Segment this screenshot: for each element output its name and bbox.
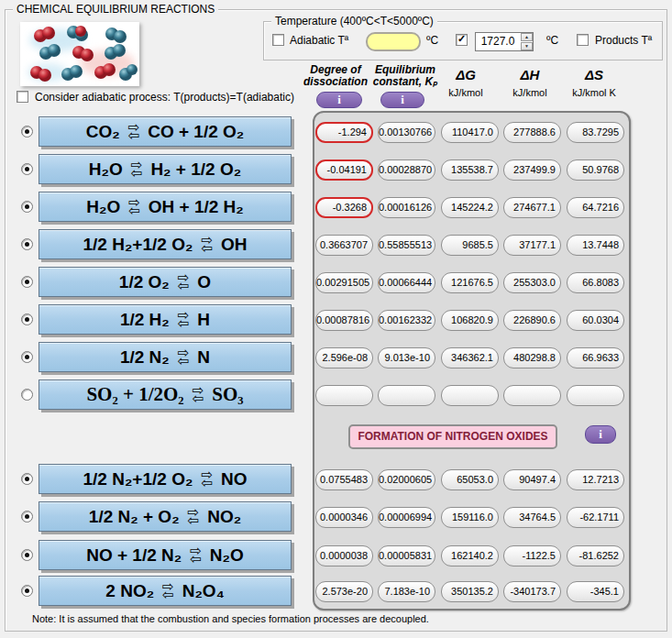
delta-s-header: ΔS <box>567 67 622 82</box>
reaction-button[interactable]: NO + 1/2 N₂ ⇨⇦ N₂O <box>39 540 292 570</box>
app-window: CHEMICAL EQUILIBRIUM REACTIONS <box>0 0 672 638</box>
delta-g-field: 106820.9 <box>441 310 499 331</box>
reaction-button[interactable]: 1/2 H₂+1/2 O₂ ⇨⇦ OH <box>39 229 292 259</box>
delta-h-unit: kJ/kmol <box>498 87 562 98</box>
main-group-title: CHEMICAL EQUILIBRIUM REACTIONS <box>13 3 218 16</box>
delta-g-field: 162140.2 <box>441 545 499 566</box>
reaction-button[interactable]: SO₂ + 1/2O₂ ⇨⇦ SO₃ <box>39 380 292 410</box>
reaction-left: 1/2 N₂ <box>120 347 170 368</box>
reaction-left: 1/2 H₂+1/2 O₂ <box>83 235 193 255</box>
delta-h-field <box>503 385 561 406</box>
adiabatic-temp-input[interactable] <box>366 32 421 51</box>
manual-temp-value[interactable]: 1727.0 <box>476 33 520 50</box>
reaction-button[interactable]: H₂O ⇨⇦ H₂ + 1/2 O₂ <box>39 154 292 184</box>
spin-up-button[interactable]: ▲ <box>521 33 533 41</box>
reaction-row: H₂O ⇨⇦ OH + 1/2 H₂ -0.3268 0.00016126 14… <box>0 192 672 222</box>
reaction-row: 1/2 N₂ ⇨⇦ N 2.596e-08 9.013e-10 346362.1… <box>0 342 672 372</box>
equilibrium-header: Equilibrium constant, Kₚ <box>359 64 451 88</box>
adiabatic-temp-checkbox[interactable]: ✓ <box>272 34 284 46</box>
kp-field: 0.00162332 <box>378 310 435 331</box>
delta-h-field: 274677.1 <box>503 197 561 218</box>
equilibrium-arrows-icon: ⇨⇦ <box>131 161 143 178</box>
reaction-left: 1/2 O₂ <box>119 272 170 292</box>
reaction-row: 1/2 H₂+1/2 O₂ ⇨⇦ OH 0.3663707 0.55855513… <box>0 229 672 259</box>
delta-h-field: 90497.4 <box>503 469 561 490</box>
reaction-radio[interactable] <box>21 511 33 522</box>
reaction-row: 2 NO₂ ⇨⇦ N₂O₄ 2.573e-20 7.183e-10 350135… <box>0 576 672 606</box>
delta-h-field: 37177.1 <box>503 235 561 256</box>
delta-h-field: 34764.5 <box>503 507 561 528</box>
reaction-right: OH <box>221 235 248 255</box>
delta-g-field: 346362.1 <box>441 347 499 368</box>
reaction-button[interactable]: 2 NO₂ ⇨⇦ N₂O₄ <box>39 576 292 606</box>
reaction-button[interactable]: CO₂ ⇨⇦ CO + 1/2 O₂ <box>39 116 292 147</box>
degree-field: 0.0755483 <box>315 469 373 490</box>
reaction-right: OH + 1/2 H₂ <box>149 197 244 217</box>
reaction-radio[interactable] <box>21 473 33 485</box>
reaction-radio[interactable] <box>21 314 33 325</box>
reaction-row: 1/2 N₂+1/2 O₂ ⇨⇦ NO 0.0755483 0.02000605… <box>0 464 672 494</box>
equilibrium-arrows-icon: ⇨⇦ <box>128 199 140 215</box>
products-temp-checkbox[interactable]: ✓ <box>577 34 589 46</box>
reaction-button[interactable]: 1/2 N₂+1/2 O₂ ⇨⇦ NO <box>39 464 292 494</box>
delta-s-field <box>567 385 624 406</box>
degree-field: -0.3268 <box>315 197 373 218</box>
delta-h-field: -340173.7 <box>503 581 561 602</box>
kp-field: 0.00130766 <box>378 122 435 143</box>
reaction-radio[interactable] <box>21 276 33 288</box>
reaction-button[interactable]: 1/2 N₂ ⇨⇦ N <box>39 342 292 372</box>
reaction-radio[interactable] <box>21 585 33 597</box>
reaction-right: NO₂ <box>207 507 241 527</box>
reaction-row: H₂O ⇨⇦ H₂ + 1/2 O₂ -0.04191 0.00028870 1… <box>0 154 672 184</box>
reaction-radio[interactable] <box>21 351 33 363</box>
adiabatic-temp-unit: ºC <box>426 34 438 47</box>
spinner-buttons: ▲ ▼ <box>521 33 533 50</box>
spin-down-button[interactable]: ▼ <box>521 42 533 50</box>
reaction-radio[interactable] <box>21 126 33 138</box>
manual-temp-checkbox[interactable]: ✓ <box>456 34 468 46</box>
reaction-button[interactable]: 1/2 H₂ ⇨⇦ H <box>39 304 292 335</box>
delta-s-field: 66.9633 <box>567 347 624 368</box>
manual-temp-spinner[interactable]: 1727.0 ▲ ▼ <box>475 32 534 51</box>
reaction-button[interactable]: 1/2 O₂ ⇨⇦ O <box>39 267 292 297</box>
reaction-radio[interactable] <box>21 549 33 561</box>
reaction-left: CO₂ <box>86 122 120 142</box>
reaction-radio[interactable] <box>21 163 33 175</box>
reaction-row: 1/2 N₂ + O₂ ⇨⇦ NO₂ 0.0000346 0.00006994 … <box>0 501 672 532</box>
delta-g-field: 9685.5 <box>441 235 499 256</box>
delta-h-field: -1122.5 <box>503 545 561 566</box>
reaction-right: CO + 1/2 O₂ <box>148 122 244 142</box>
reaction-right: H₂ + 1/2 O₂ <box>150 160 241 180</box>
degree-field: 0.3663707 <box>315 235 373 256</box>
degree-info-button[interactable]: i <box>316 92 362 108</box>
reaction-left: H₂O <box>86 197 120 217</box>
consider-adiabatic-label: Consider adiabatic process: T(products)=… <box>35 91 294 104</box>
reaction-left: H₂O <box>89 160 123 180</box>
delta-s-field: 64.7216 <box>567 197 624 218</box>
reaction-radio[interactable] <box>21 389 33 401</box>
kp-field: 7.183e-10 <box>378 581 435 602</box>
delta-s-field: -345.1 <box>567 581 624 602</box>
delta-h-field: 237499.9 <box>503 160 561 181</box>
footer-note: Note: It is assumed that the combustion … <box>32 613 429 624</box>
delta-s-field: 83.7295 <box>567 122 624 143</box>
delta-h-field: 277888.6 <box>503 122 561 143</box>
formation-nitrogen-oxides-button[interactable]: FORMATION OF NITROGEN OXIDES <box>348 424 557 449</box>
delta-h-field: 480298.8 <box>503 347 561 368</box>
equilibrium-arrows-icon: ⇨⇦ <box>188 509 200 525</box>
kp-field: 9.013e-10 <box>378 347 435 368</box>
equilibrium-arrows-icon: ⇨⇦ <box>162 583 174 600</box>
reaction-left: NO + 1/2 N₂ <box>86 545 182 566</box>
equilibrium-info-button[interactable]: i <box>380 92 424 108</box>
degree-field: 2.573e-20 <box>315 581 373 602</box>
reaction-radio[interactable] <box>21 238 33 250</box>
formation-info-button[interactable]: i <box>585 425 616 444</box>
degree-field: 0.0000038 <box>315 545 373 566</box>
reaction-radio[interactable] <box>21 201 33 213</box>
consider-adiabatic-checkbox[interactable]: ✓ <box>17 91 28 103</box>
reaction-left: 1/2 N₂ + O₂ <box>89 507 180 527</box>
reaction-button[interactable]: 1/2 N₂ + O₂ ⇨⇦ NO₂ <box>39 501 292 532</box>
delta-g-field <box>441 385 499 406</box>
reaction-right: H <box>197 310 210 330</box>
reaction-button[interactable]: H₂O ⇨⇦ OH + 1/2 H₂ <box>39 192 292 222</box>
